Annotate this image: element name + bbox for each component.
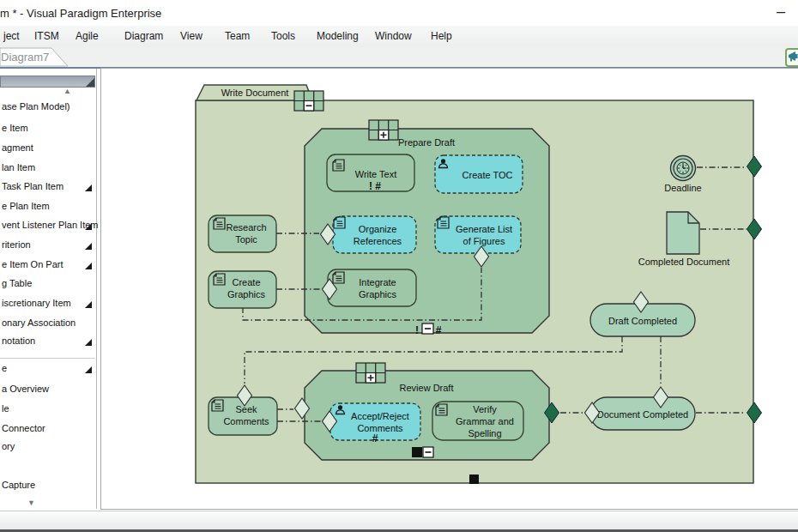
palette-item-shape[interactable]: e [2, 363, 95, 376]
clock-icon [677, 162, 689, 174]
svg-text:Comments: Comments [357, 423, 403, 433]
submenu-arrow-icon [85, 184, 92, 191]
menu-help[interactable]: Help [431, 30, 452, 42]
palette-item-screen-capture[interactable]: Capture [2, 480, 95, 493]
palette-item-table[interactable]: le [2, 403, 95, 416]
palette-item-case-file-item-on-part[interactable]: e Item On Part [2, 259, 95, 272]
menu-tools[interactable]: Tools [271, 30, 295, 42]
svg-text:Topic: Topic [235, 234, 257, 245]
announcement-button[interactable] [785, 48, 798, 67]
submenu-arrow-icon [85, 223, 92, 230]
svg-text:Integrate: Integrate [359, 277, 396, 287]
svg-text:Comments: Comments [223, 416, 269, 426]
palette-scroll-down-icon[interactable]: ▼ [27, 499, 35, 507]
diagram-tab-bar: Diagram7 [0, 47, 798, 69]
svg-text:Grammar and: Grammar and [456, 416, 514, 426]
corner-fold-icon [86, 78, 94, 87]
status-bar [0, 511, 798, 530]
svg-text:Graphics: Graphics [359, 289, 397, 299]
menu-modeling[interactable]: Modeling [317, 30, 359, 42]
palette-scroll-up-icon[interactable]: ▲ [63, 87, 71, 95]
submenu-arrow-icon [85, 366, 92, 373]
svg-text:Draft Completed: Draft Completed [608, 316, 677, 326]
palette-item-case-plan-model[interactable]: ase Plan Model) [2, 101, 95, 114]
stage-review-markers [412, 447, 433, 457]
task-accept-reject-comments[interactable]: Accept/Reject Comments # [330, 403, 420, 444]
submenu-arrow-icon [85, 243, 92, 250]
stage-review-draft-label: Review Draft [400, 383, 454, 393]
svg-text:Spelling: Spelling [468, 428, 501, 438]
palette-item-plan-item[interactable]: lan Item [2, 162, 95, 175]
svg-text:Document Completed: Document Completed [597, 409, 688, 420]
svg-text:Create: Create [232, 277, 260, 287]
stage-prepare-draft-label: Prepare Draft [398, 137, 455, 148]
task-research-topic[interactable]: Research Topic [209, 215, 276, 252]
diagram-canvas[interactable]: Write Document Prepare Draft Review Draf… [101, 69, 798, 509]
case-file-label: Completed Document [638, 257, 729, 267]
window-title: m * - Visual Paradigm Enterprise [0, 7, 161, 20]
svg-text:Generate List: Generate List [456, 224, 512, 234]
menu-project[interactable]: ject [3, 30, 20, 42]
palette-item-diagram-overview[interactable]: a Overview [2, 384, 95, 396]
event-deadline-label: Deadline [664, 183, 701, 193]
palette-item-stage-plan-item[interactable]: e Plan Item [2, 201, 95, 214]
palette-item-directory[interactable]: ory [2, 441, 95, 454]
cmmn-diagram: Write Document Prepare Draft Review Draf… [101, 69, 798, 509]
palette-item-generic-connector[interactable]: Connector [2, 423, 95, 436]
svg-text:Accept/Reject: Accept/Reject [351, 411, 409, 421]
task-create-graphics[interactable]: Create Graphics [209, 271, 276, 308]
autocomplete-marker [412, 447, 422, 457]
task-generate-list-of-figures[interactable]: Generate List of Figures [435, 216, 521, 253]
palette-item-case-file-item[interactable]: e Item [2, 123, 95, 136]
required-marker: ! [415, 324, 419, 336]
palette-item-event-listener-plan-item[interactable]: vent Listener Plan Item [2, 220, 95, 233]
megaphone-icon [788, 51, 798, 63]
planning-table-marker-review[interactable] [356, 363, 385, 383]
menu-team[interactable]: Team [225, 30, 250, 42]
palette-item-task-plan-item[interactable]: Task Plan Item [2, 181, 95, 194]
menu-view[interactable]: View [180, 30, 203, 42]
menu-bar: ject ITSM Agile Diagram View Team Tools … [0, 26, 798, 47]
palette-item-criterion[interactable]: riterion [2, 239, 95, 252]
planning-table-marker-prepare[interactable] [369, 120, 398, 140]
svg-text:of Figures: of Figures [463, 236, 505, 246]
task-integrate-graphics[interactable]: Integrate Graphics [328, 269, 416, 306]
task-write-text[interactable]: Write Text ! # [327, 154, 414, 192]
svg-text:Create TOC: Create TOC [462, 170, 513, 180]
autocomplete-marker [469, 475, 479, 484]
milestone-document-completed[interactable]: Document Completed [590, 397, 695, 430]
palette-item-plan-fragment[interactable]: agment [2, 142, 95, 155]
diagram-palette: ▲ ase Plan Model) e Item agment lan Item… [0, 69, 97, 509]
menu-agile[interactable]: Agile [76, 30, 99, 42]
palette-item-annotation[interactable]: notation [2, 336, 95, 348]
menu-itsm[interactable]: ITSM [34, 30, 59, 42]
palette-selected-tool[interactable] [0, 76, 95, 88]
task-verify-grammar-spelling[interactable]: Verify Grammar and Spelling [432, 402, 523, 440]
svg-text:References: References [354, 236, 402, 246]
svg-text:Graphics: Graphics [227, 289, 266, 299]
palette-item-discretionary-association[interactable]: onary Association [2, 317, 95, 330]
palette-separator [0, 358, 95, 359]
tab-label[interactable]: Diagram7 [1, 51, 49, 63]
task-create-toc[interactable]: Create TOC [435, 155, 523, 193]
planning-table-marker-case[interactable] [294, 91, 323, 111]
submenu-arrow-icon [85, 263, 92, 269]
svg-text:Verify: Verify [473, 404, 497, 414]
case-plan-label: Write Document [221, 88, 289, 98]
repetition-marker: # [436, 324, 442, 336]
required-repetition-markers: ! # [369, 180, 381, 192]
svg-text:Research: Research [226, 222, 266, 233]
menu-diagram[interactable]: Diagram [124, 30, 163, 42]
svg-text:Seek: Seek [235, 404, 257, 414]
submenu-arrow-icon [85, 339, 92, 346]
palette-item-planning-table[interactable]: g Table [2, 278, 95, 291]
svg-text:Organize: Organize [359, 224, 397, 234]
svg-text:Write Text: Write Text [355, 169, 397, 179]
title-bar: m * - Visual Paradigm Enterprise – [0, 0, 798, 26]
document-icon [667, 212, 699, 254]
menu-window[interactable]: Window [375, 30, 412, 42]
submenu-arrow-icon [85, 301, 92, 308]
palette-item-discretionary-item[interactable]: iscretionary Item [2, 298, 95, 311]
minimize-button[interactable]: – [769, 0, 793, 22]
repetition-marker: # [372, 432, 378, 444]
